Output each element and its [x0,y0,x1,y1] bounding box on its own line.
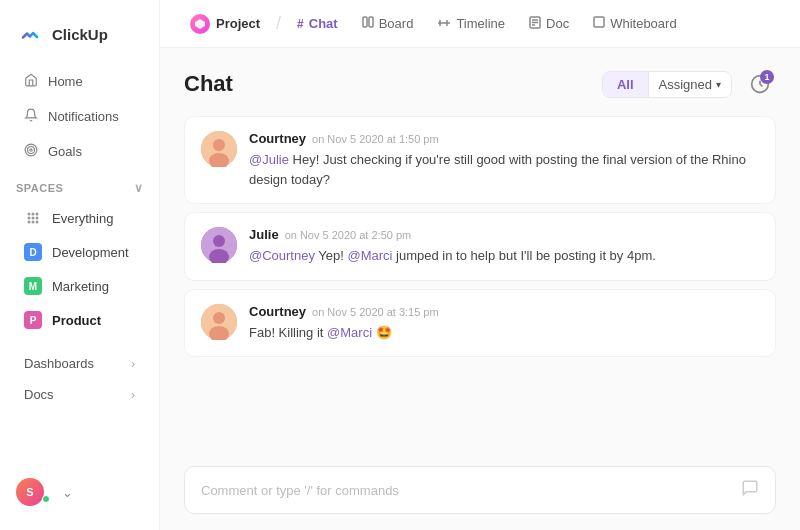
board-tab-icon [362,16,374,31]
user-area[interactable]: S ⌄ [0,466,159,518]
message-content: Julie on Nov 5 2020 at 2:50 pm @Courtney… [249,227,759,266]
message-author: Julie [249,227,279,242]
bell-icon [24,108,38,125]
spaces-chevron: ∨ [134,181,144,195]
svg-point-32 [213,312,225,324]
home-icon [24,73,38,90]
message-content: Courtney on Nov 5 2020 at 1:50 pm @Julie… [249,131,759,189]
top-nav: Project / # Chat Board Timeline Doc [160,0,800,48]
notification-badge: 1 [760,70,774,84]
message-meta: Courtney on Nov 5 2020 at 1:50 pm [249,131,759,146]
docs-chevron: › [131,388,135,402]
svg-point-6 [36,213,39,216]
user-avatar: S [16,478,44,506]
send-icon[interactable] [741,479,759,501]
chat-title: Chat [184,71,233,97]
development-dot: D [24,243,42,261]
svg-rect-23 [594,17,604,27]
sidebar-item-marketing[interactable]: M Marketing [8,270,151,302]
nav-tab-chat[interactable]: # Chat [287,10,348,37]
svg-point-11 [32,221,35,224]
sidebar-item-notifications[interactable]: Notifications [8,100,151,133]
svg-point-7 [28,217,31,220]
table-row: Julie on Nov 5 2020 at 2:50 pm @Courtney… [184,212,776,281]
filter-assigned-btn[interactable]: Assigned ▾ [648,72,731,97]
avatar [201,227,237,263]
svg-point-29 [213,235,225,247]
comment-input-area: Comment or type '/' for commands [160,454,800,530]
comment-placeholder: Comment or type '/' for commands [201,483,399,498]
sidebar-item-home[interactable]: Home [8,65,151,98]
docs-label: Docs [24,387,54,402]
filter-dropdown-chevron: ▾ [716,79,721,90]
project-tab[interactable]: Project [180,10,270,38]
timeline-tab-icon [437,17,451,31]
table-row: Courtney on Nov 5 2020 at 3:15 pm Fab! K… [184,289,776,358]
user-menu-icon: ⌄ [62,485,73,500]
board-tab-label: Board [379,16,414,31]
notification-icon-wrap[interactable]: 1 [744,68,776,100]
message-time: on Nov 5 2020 at 2:50 pm [285,229,412,241]
julie-avatar-img [201,227,237,263]
svg-point-8 [32,217,35,220]
marketing-label: Marketing [52,279,109,294]
spaces-section-header[interactable]: Spaces ∨ [0,169,159,201]
nav-tab-whiteboard[interactable]: Whiteboard [583,10,686,37]
messages-list: Courtney on Nov 5 2020 at 1:50 pm @Julie… [184,116,776,454]
sidebar: ClickUp Home Notifications Goals Spaces … [0,0,160,530]
sidebar-item-product[interactable]: P Product [8,304,151,336]
main-content: Project / # Chat Board Timeline Doc [160,0,800,530]
svg-point-4 [28,213,31,216]
svg-point-9 [36,217,39,220]
avatar [201,304,237,340]
filter-all-btn[interactable]: All [603,72,648,97]
project-label: Project [216,16,260,31]
everything-icon [24,209,42,227]
mention: @Courtney [249,248,315,263]
svg-point-10 [28,221,31,224]
message-author: Courtney [249,304,306,319]
nav-tab-board[interactable]: Board [352,10,424,37]
sidebar-item-development[interactable]: D Development [8,236,151,268]
doc-tab-label: Doc [546,16,569,31]
sidebar-item-notifications-label: Notifications [48,109,119,124]
doc-tab-icon [529,16,541,32]
message-meta: Julie on Nov 5 2020 at 2:50 pm [249,227,759,242]
user-status [42,495,50,503]
chat-header: Chat All Assigned ▾ 1 [184,68,776,100]
sidebar-item-goals[interactable]: Goals [8,135,151,168]
chat-tab-icon: # [297,17,304,31]
message-text: @Courtney Yep! @Marci jumped in to help … [249,246,759,266]
sidebar-item-home-label: Home [48,74,83,89]
sidebar-item-goals-label: Goals [48,144,82,159]
filter-group: All Assigned ▾ [602,71,732,98]
svg-point-12 [36,221,39,224]
product-dot: P [24,311,42,329]
chat-area: Chat All Assigned ▾ 1 [160,48,800,454]
message-time: on Nov 5 2020 at 3:15 pm [312,306,439,318]
filter-assigned-label: Assigned [659,77,712,92]
nav-tab-timeline[interactable]: Timeline [427,10,515,37]
mention: @Marci [327,325,372,340]
message-text: Fab! Killing it @Marci 🤩 [249,323,759,343]
mention: @Julie [249,152,289,167]
spaces-label: Spaces [16,182,63,194]
logo-text: ClickUp [52,26,108,43]
product-label: Product [52,313,101,328]
sidebar-item-everything[interactable]: Everything [8,202,151,234]
svg-marker-13 [195,19,205,29]
comment-input-box[interactable]: Comment or type '/' for commands [184,466,776,514]
courtney-avatar-img-2 [201,304,237,340]
svg-point-0 [16,20,44,48]
message-author: Courtney [249,131,306,146]
sidebar-item-docs[interactable]: Docs › [8,377,151,406]
whiteboard-tab-label: Whiteboard [610,16,676,31]
nav-tab-doc[interactable]: Doc [519,10,579,38]
sidebar-item-dashboards[interactable]: Dashboards › [8,346,151,375]
courtney-avatar-img [201,131,237,167]
message-content: Courtney on Nov 5 2020 at 3:15 pm Fab! K… [249,304,759,343]
message-time: on Nov 5 2020 at 1:50 pm [312,133,439,145]
logo[interactable]: ClickUp [0,12,159,64]
chat-tab-label: Chat [309,16,338,31]
dashboards-label: Dashboards [24,356,94,371]
